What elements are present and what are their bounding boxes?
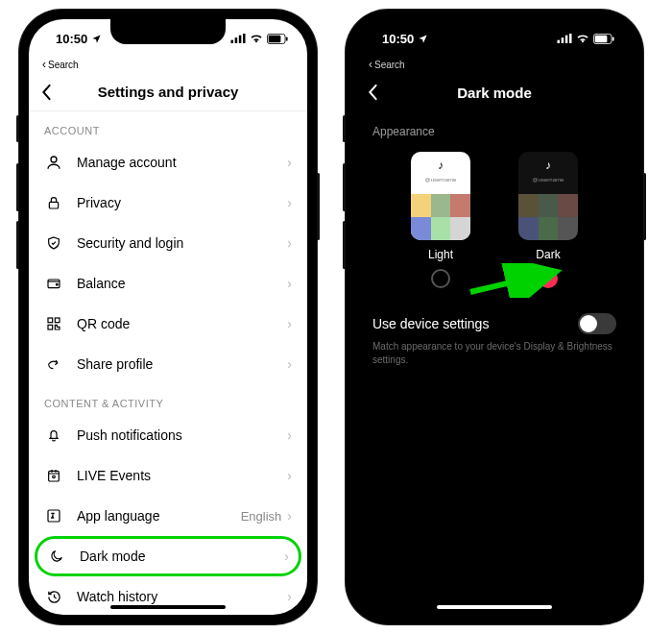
row-watch-history[interactable]: Watch history › [29,576,307,615]
moon-icon [47,547,66,566]
svg-point-10 [56,283,58,285]
use-device-desc: Match appearance to your device's Displa… [355,336,634,371]
svg-line-25 [470,273,551,292]
status-time: 10:50 [382,32,414,46]
back-to-search[interactable]: ‹ Search [355,58,634,73]
screen-dark-mode: 10:50 ‹ Search Dark mode Appearance [355,19,634,615]
svg-rect-16 [48,510,60,522]
chevron-right-icon: › [287,589,292,604]
chevron-right-icon: › [287,468,292,483]
header: Dark mode [355,73,634,111]
row-label: Balance [77,276,287,291]
signal-icon [557,34,572,43]
home-indicator[interactable] [437,605,552,609]
music-note-icon: ♪ [438,158,444,172]
row-app-language[interactable]: App language English › [29,496,307,536]
theme-preview-dark: ♪ @username [518,152,578,240]
lock-icon [44,193,63,212]
svg-rect-3 [243,34,246,43]
svg-rect-1 [235,37,238,43]
section-account: ACCOUNT [29,111,307,142]
search-back-label: Search [374,60,405,70]
preview-username: @username [518,177,578,183]
row-share-profile[interactable]: Share profile › [29,344,307,384]
row-label: Share profile [77,356,287,372]
chevron-right-icon: › [287,276,292,291]
theme-option-light[interactable]: ♪ @username Light [411,152,470,288]
svg-rect-19 [562,37,564,43]
shield-icon [44,233,63,253]
location-icon [418,34,428,44]
svg-rect-12 [55,318,60,323]
use-device-label: Use device settings [372,316,489,331]
chevron-right-icon: › [284,549,289,564]
notch [437,19,552,44]
svg-rect-2 [239,36,242,43]
row-qr-code[interactable]: QR code › [29,304,307,344]
radio-light[interactable] [431,269,450,288]
svg-rect-18 [558,40,561,43]
row-privacy[interactable]: Privacy › [29,183,307,223]
battery-icon [267,34,288,44]
svg-rect-21 [569,34,572,43]
svg-rect-13 [48,325,53,329]
row-live-events[interactable]: LIVE Events › [29,455,307,496]
back-button[interactable] [367,84,378,101]
svg-point-7 [51,157,57,162]
chevron-right-icon: › [287,195,292,210]
battery-icon [593,34,614,44]
chevron-right-icon: › [287,235,292,251]
svg-point-15 [53,476,56,478]
row-dark-mode[interactable]: Dark mode › [35,536,301,576]
location-icon [91,34,102,44]
theme-label-dark: Dark [536,248,560,261]
row-label: QR code [77,316,287,331]
svg-rect-11 [48,318,53,323]
row-manage-account[interactable]: Manage account › [29,142,307,183]
notch [110,19,226,44]
chevron-left-icon: ‹ [369,58,372,71]
section-content: CONTENT & ACTIVITY [29,384,307,415]
wifi-icon [250,34,263,43]
svg-rect-23 [595,35,608,42]
svg-rect-20 [565,36,568,43]
language-icon [44,506,63,525]
row-push-notifications[interactable]: Push notifications › [29,415,307,455]
theme-preview-light: ♪ @username [411,152,470,240]
use-device-settings-row: Use device settings [355,298,634,336]
screen-settings: 10:50 ‹ Search Settings and privacy ACCO… [29,19,307,615]
svg-rect-6 [286,37,288,40]
svg-rect-8 [49,202,58,208]
row-security[interactable]: Security and login › [29,223,307,263]
appearance-label: Appearance [355,111,634,148]
row-balance[interactable]: Balance › [29,263,307,304]
wallet-icon [44,274,63,293]
back-button[interactable] [40,84,52,101]
row-label: App language [77,508,241,524]
qr-icon [44,314,63,333]
chevron-right-icon: › [287,316,292,331]
row-value: English [241,509,282,524]
theme-label-light: Light [428,248,453,261]
chevron-right-icon: › [287,508,292,524]
back-to-search[interactable]: ‹ Search [29,58,307,73]
music-note-icon: ♪ [545,158,551,172]
svg-rect-0 [231,40,234,43]
phone-frame-right: 10:50 ‹ Search Dark mode Appearance [346,10,643,624]
page-title: Settings and privacy [29,84,307,100]
svg-rect-14 [49,471,60,481]
chevron-right-icon: › [287,356,292,372]
header: Settings and privacy [29,73,307,111]
home-indicator[interactable] [110,605,226,609]
share-icon [44,354,63,374]
row-label: Privacy [77,195,287,210]
row-label: LIVE Events [77,468,287,483]
calendar-icon [44,466,63,485]
history-icon [44,587,63,606]
row-label: Security and login [77,235,287,251]
person-icon [44,153,63,172]
row-label: Watch history [77,589,287,604]
use-device-toggle[interactable] [578,313,616,334]
chevron-left-icon: ‹ [42,58,46,71]
svg-rect-24 [612,37,614,40]
